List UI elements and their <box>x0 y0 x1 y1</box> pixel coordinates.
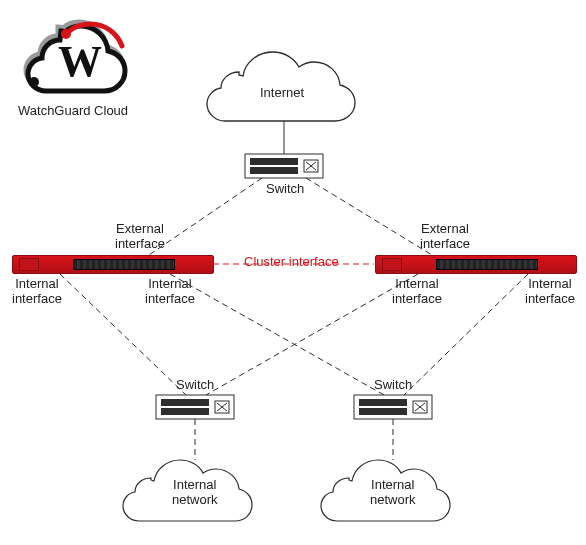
switch-bottom-right-icon <box>354 395 432 419</box>
ext-interface-left-label: External interface <box>115 222 165 252</box>
switch-top-label: Switch <box>266 182 304 197</box>
net-bl-label: Internal network <box>172 478 218 508</box>
svg-rect-1 <box>250 158 298 165</box>
svg-rect-13 <box>359 399 407 406</box>
int-interface-rl-label: Internal interface <box>392 277 442 307</box>
int-interface-ll-label: Internal interface <box>12 277 62 307</box>
svg-rect-7 <box>161 399 209 406</box>
svg-rect-8 <box>161 408 209 415</box>
switch-bl-label: Switch <box>176 378 214 393</box>
net-br-label: Internal network <box>370 478 416 508</box>
cluster-interface-label: Cluster interface <box>244 255 339 270</box>
svg-rect-2 <box>250 167 298 174</box>
ext-interface-right-label: External interface <box>420 222 470 252</box>
link-switch-firebox-left <box>149 178 262 255</box>
svg-point-19 <box>29 77 39 87</box>
switch-br-label: Switch <box>374 378 412 393</box>
svg-text:W: W <box>58 37 102 86</box>
watchguard-cloud-logo: W <box>22 14 142 97</box>
int-interface-rr-label: Internal interface <box>525 277 575 307</box>
svg-rect-14 <box>359 408 407 415</box>
switch-top-icon <box>245 154 323 178</box>
int-interface-lr-label: Internal interface <box>145 277 195 307</box>
firebox-right <box>375 255 577 274</box>
internet-label: Internet <box>260 86 304 101</box>
watchguard-cloud-caption: WatchGuard Cloud <box>18 104 128 119</box>
switch-bottom-left-icon <box>156 395 234 419</box>
firebox-left <box>12 255 214 274</box>
link-switch-firebox-right <box>306 178 432 255</box>
